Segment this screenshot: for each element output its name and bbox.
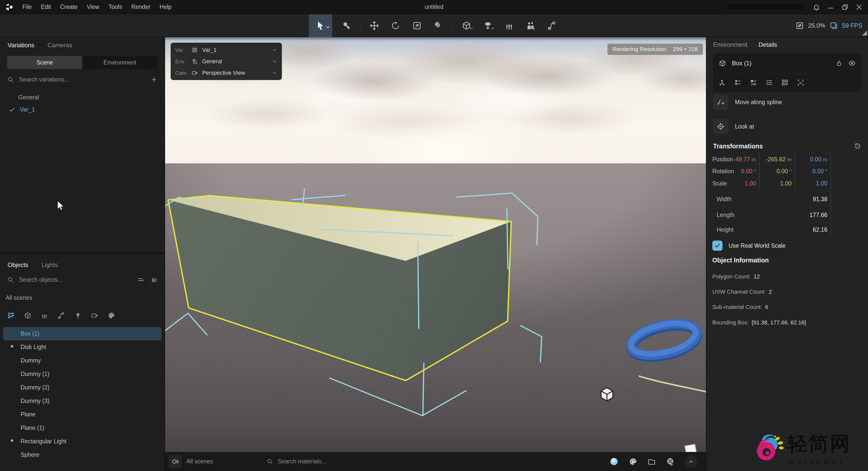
resize-grip[interactable] bbox=[862, 30, 867, 35]
collapse-panel-button[interactable] bbox=[685, 455, 698, 468]
minimize-button[interactable] bbox=[827, 3, 835, 11]
use-real-world-scale-checkbox[interactable] bbox=[712, 241, 722, 251]
close-button[interactable] bbox=[855, 3, 863, 11]
create-geometry-button[interactable] bbox=[459, 18, 474, 33]
length-field[interactable]: 177.66 bbox=[723, 212, 827, 218]
torus-object[interactable] bbox=[628, 318, 701, 363]
tab-lights[interactable]: Lights bbox=[41, 261, 58, 268]
tab-cameras[interactable]: Cameras bbox=[48, 42, 72, 49]
object-row-dummy-2[interactable]: Dummy (2) bbox=[3, 381, 161, 394]
menu-file[interactable]: File bbox=[22, 4, 32, 10]
object-label: Dummy (2) bbox=[21, 384, 50, 391]
tab-details[interactable]: Details bbox=[758, 41, 777, 48]
menu-edit[interactable]: Edit bbox=[41, 4, 51, 10]
list-blocks-icon[interactable] bbox=[734, 79, 742, 86]
render-scale-value[interactable]: 25.0% bbox=[808, 22, 825, 29]
filter-palette-icon[interactable] bbox=[106, 310, 117, 321]
filter-cube-icon[interactable] bbox=[22, 310, 33, 321]
camera-icon bbox=[191, 69, 198, 76]
create-character-button[interactable]: a bbox=[523, 18, 538, 33]
environment-dropdown[interactable]: Env General bbox=[170, 56, 282, 67]
create-vegetation-button[interactable] bbox=[502, 18, 517, 33]
scale-x-field[interactable]: 1.00 bbox=[723, 180, 756, 187]
move-along-spline-button[interactable]: Move along spline bbox=[713, 94, 782, 110]
spline-object[interactable] bbox=[639, 376, 706, 392]
add-variation-button[interactable] bbox=[151, 76, 157, 83]
object-label: Plane bbox=[21, 411, 36, 418]
object-row-dummy[interactable]: Dummy bbox=[3, 354, 161, 367]
rotate-tool-button[interactable] bbox=[388, 18, 403, 33]
object-row-dummy-1[interactable]: Dummy (1) bbox=[3, 367, 161, 381]
menu-help[interactable]: Help bbox=[159, 4, 172, 10]
list-detail-icon[interactable] bbox=[766, 79, 773, 86]
notifications-bell-icon[interactable] bbox=[813, 3, 820, 11]
create-terrain-button[interactable] bbox=[480, 18, 495, 33]
materials-bar: All scenes Search materials... bbox=[165, 452, 706, 471]
sort-by-type-icon[interactable] bbox=[150, 276, 157, 284]
object-row-plane-1[interactable]: Plane (1) bbox=[3, 421, 161, 435]
tab-environment[interactable]: Environment bbox=[713, 41, 747, 48]
filter-bulb-icon[interactable] bbox=[73, 310, 83, 321]
menu-render[interactable]: Render bbox=[131, 4, 150, 10]
titlebar-search-input[interactable] bbox=[726, 3, 806, 11]
object-row-dummy-3[interactable]: Dummy (3) bbox=[3, 394, 161, 408]
list-mixed-icon[interactable] bbox=[750, 79, 757, 86]
toggle-environment[interactable]: Environment bbox=[82, 56, 157, 69]
scale-tool-button[interactable] bbox=[410, 18, 424, 33]
restore-button[interactable] bbox=[841, 3, 849, 11]
reset-transform-icon[interactable] bbox=[854, 142, 861, 150]
position-x-field[interactable]: -49.77m bbox=[723, 156, 756, 163]
rotation-y-field[interactable]: 0.00° bbox=[759, 168, 792, 175]
filter-video-camera-icon[interactable] bbox=[89, 310, 100, 321]
move-tool-button[interactable] bbox=[367, 18, 382, 33]
height-field[interactable]: 62.16 bbox=[723, 226, 827, 233]
grid-diamond-icon[interactable] bbox=[781, 79, 789, 86]
variation-item[interactable]: Var_1 bbox=[9, 106, 35, 113]
menu-view[interactable]: View bbox=[87, 4, 99, 10]
scale-z-field[interactable]: 1.00 bbox=[795, 180, 827, 187]
object-row-disk-light[interactable]: Disk Light bbox=[3, 341, 161, 354]
rotation-x-field[interactable]: 0.00° bbox=[723, 168, 756, 175]
transform-axes-icon[interactable] bbox=[718, 79, 726, 86]
select-check-icon[interactable] bbox=[797, 79, 805, 86]
filter-spline-icon[interactable] bbox=[56, 310, 66, 321]
width-field[interactable]: 91.38 bbox=[723, 196, 827, 203]
variation-dropdown[interactable]: Var Var_1 bbox=[170, 44, 282, 56]
filter-icon[interactable] bbox=[137, 276, 145, 284]
object-row-sphere[interactable]: Sphere bbox=[3, 448, 161, 462]
menu-tools[interactable]: Tools bbox=[108, 4, 122, 10]
camera-dropdown[interactable]: Cam Perspective View bbox=[170, 67, 282, 79]
palette-icon[interactable] bbox=[629, 457, 638, 466]
tab-variations[interactable]: Variations bbox=[8, 42, 34, 49]
viewport-canvas[interactable] bbox=[165, 37, 706, 471]
variations-search[interactable]: Search variations... bbox=[7, 74, 157, 85]
chevron-down-icon bbox=[272, 70, 277, 76]
object-row-rectangular-light[interactable]: Rectangular Light bbox=[3, 435, 161, 448]
create-spline-button[interactable] bbox=[545, 18, 559, 33]
menu-create[interactable]: Create bbox=[60, 4, 78, 10]
position-y-field[interactable]: -265.62m bbox=[759, 156, 792, 163]
objects-search[interactable]: Search objects... bbox=[7, 274, 157, 285]
scenes-chip-button[interactable] bbox=[168, 455, 182, 468]
object-row-plane[interactable]: Plane bbox=[3, 408, 161, 421]
tab-objects[interactable]: Objects bbox=[8, 261, 28, 268]
snap-tool-button[interactable] bbox=[431, 18, 446, 33]
rotation-z-field[interactable]: 0.00° bbox=[795, 168, 827, 175]
filter-grid-all-icon[interactable] bbox=[6, 310, 16, 321]
film-reel-icon[interactable] bbox=[666, 457, 675, 466]
folder-icon[interactable] bbox=[648, 458, 656, 466]
paint-material-tool-button[interactable] bbox=[339, 18, 353, 33]
filter-trees-icon[interactable] bbox=[39, 310, 50, 321]
position-z-field[interactable]: 0.00m bbox=[795, 156, 827, 163]
unlock-icon[interactable] bbox=[836, 60, 843, 67]
place-box-cursor-icon bbox=[601, 388, 613, 401]
scale-y-field[interactable]: 1.00 bbox=[759, 180, 792, 187]
select-tool-button[interactable] bbox=[309, 14, 332, 37]
box-object[interactable] bbox=[168, 196, 511, 381]
toggle-scene[interactable]: Scene bbox=[7, 56, 82, 69]
eye-icon[interactable] bbox=[848, 59, 856, 67]
material-sphere-icon[interactable] bbox=[610, 457, 619, 466]
look-at-button[interactable]: Look at bbox=[713, 119, 754, 134]
object-row-box-1[interactable]: Box (1) bbox=[3, 327, 161, 341]
materials-search[interactable]: Search materials... bbox=[267, 458, 327, 465]
